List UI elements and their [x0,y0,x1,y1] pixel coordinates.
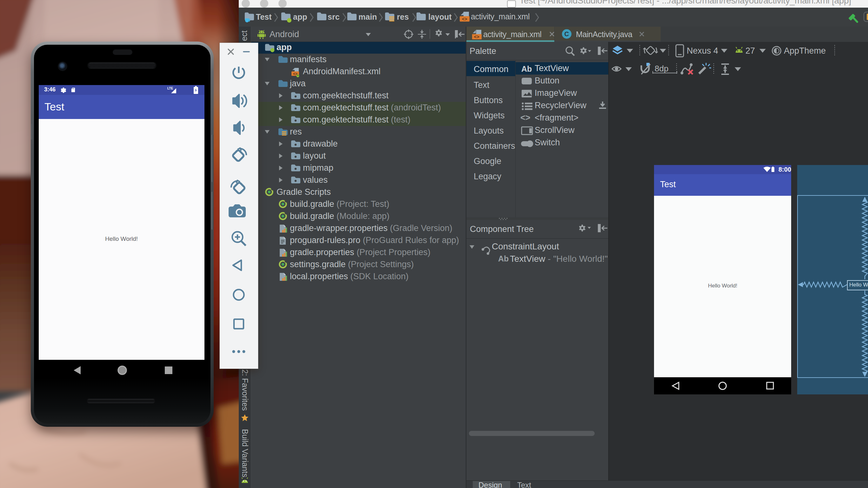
svg-text:Ab: Ab [498,254,508,263]
svg-text:<>: <> [474,34,479,39]
svg-text:27: 27 [745,46,755,56]
svg-text:<>: <> [520,113,530,123]
svg-text:C: C [564,30,569,37]
svg-text:Nexus 4: Nexus 4 [687,46,718,56]
svg-text:LTE: LTE [167,87,173,90]
svg-text:AppTheme: AppTheme [784,46,826,56]
svg-text:8dp: 8dp [655,64,668,73]
svg-text:Ab: Ab [521,64,532,73]
svg-text:<>: <> [462,17,467,22]
